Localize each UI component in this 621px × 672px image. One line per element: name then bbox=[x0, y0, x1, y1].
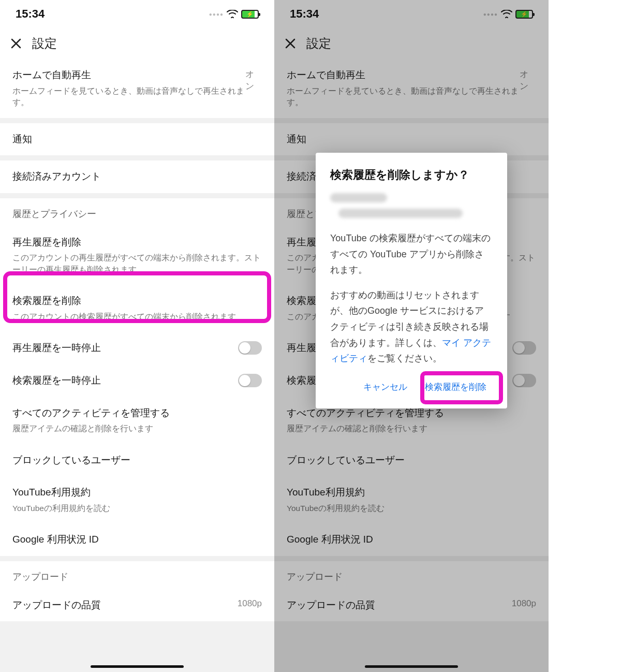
row-upload-quality[interactable]: アップロードの品質 1080p bbox=[274, 589, 549, 622]
row-autoplay[interactable]: ホームで自動再生 ホームフィードを見ているとき、動画は音声なしで再生されます。 … bbox=[0, 59, 274, 118]
toggle-pause-search[interactable] bbox=[512, 374, 536, 387]
row-connected-accounts[interactable]: 接続済みアカウント bbox=[0, 160, 274, 193]
home-indicator[interactable] bbox=[91, 665, 184, 668]
dialog-title: 検索履歴を削除しますか？ bbox=[330, 167, 493, 183]
status-right: ●●●● ⚡ bbox=[483, 10, 533, 19]
cellular-dots-icon: ●●●● bbox=[483, 11, 498, 17]
row-blocked-users[interactable]: ブロックしているユーザー bbox=[274, 444, 549, 477]
page-title: 設定 bbox=[306, 35, 331, 52]
row-google-usage-id[interactable]: Google 利用状況 ID bbox=[274, 523, 549, 556]
toggle-pause-watch[interactable] bbox=[238, 341, 262, 355]
dialog-account-info bbox=[330, 193, 493, 218]
row-youtube-terms[interactable]: YouTube利用規約 YouTubeの利用規約を読む bbox=[274, 476, 549, 523]
toggle-pause-watch[interactable] bbox=[512, 341, 536, 355]
row-notifications[interactable]: 通知 bbox=[0, 123, 274, 156]
row-title: ホームで自動再生 bbox=[12, 68, 245, 82]
confirm-delete-button[interactable]: 検索履歴を削除 bbox=[419, 376, 493, 398]
dialog-body-2: おすすめの動画はリセットされますが、他のGoogle サービスにおけるアクティビ… bbox=[330, 287, 493, 367]
row-pause-search-history[interactable]: 検索履歴を一時停止 bbox=[0, 364, 274, 397]
row-youtube-terms[interactable]: YouTube利用規約 YouTubeの利用規約を読む bbox=[0, 476, 274, 523]
section-upload: アップロード bbox=[0, 561, 274, 589]
dialog-body-1: YouTube の検索履歴がすべての端末のすべての YouTube アプリから削… bbox=[330, 230, 493, 278]
section-upload: アップロード bbox=[274, 561, 549, 589]
close-icon[interactable] bbox=[285, 38, 296, 49]
row-value: オン bbox=[245, 68, 262, 92]
header: 設定 bbox=[274, 28, 549, 59]
cancel-button[interactable]: キャンセル bbox=[357, 376, 413, 398]
wifi-icon bbox=[227, 10, 238, 18]
wifi-icon bbox=[501, 10, 512, 18]
status-right: ●●●● ⚡ bbox=[209, 10, 259, 19]
row-notifications[interactable]: 通知 bbox=[274, 123, 549, 156]
battery-icon: ⚡ bbox=[515, 10, 533, 19]
status-bar: 15:34 ●●●● ⚡ bbox=[274, 0, 549, 28]
row-autoplay[interactable]: ホームで自動再生 ホームフィードを見ているとき、動画は音声なしで再生されます。 … bbox=[274, 59, 549, 118]
row-blocked-users[interactable]: ブロックしているユーザー bbox=[0, 444, 274, 477]
row-upload-quality[interactable]: アップロードの品質 1080p bbox=[0, 589, 274, 622]
cellular-dots-icon: ●●●● bbox=[209, 11, 224, 17]
header: 設定 bbox=[0, 28, 274, 59]
redacted-username bbox=[330, 193, 387, 202]
row-sub: ホームフィードを見ているとき、動画は音声なしで再生されます。 bbox=[12, 85, 245, 109]
close-icon[interactable] bbox=[10, 38, 22, 49]
section-privacy: 履歴とプライバシー bbox=[0, 198, 274, 226]
status-time: 15:34 bbox=[16, 7, 45, 21]
status-time: 15:34 bbox=[290, 7, 319, 21]
row-clear-watch-history[interactable]: 再生履歴を削除 このアカウントの再生履歴がすべての端末から削除されます。ストーリ… bbox=[0, 226, 274, 285]
row-clear-search-history[interactable]: 検索履歴を削除 このアカウントの検索履歴がすべての端末から削除されます bbox=[0, 285, 274, 332]
redacted-email bbox=[338, 209, 463, 218]
page-title: 設定 bbox=[32, 35, 57, 52]
toggle-pause-search[interactable] bbox=[238, 374, 262, 387]
battery-icon: ⚡ bbox=[241, 10, 259, 19]
row-google-usage-id[interactable]: Google 利用状況 ID bbox=[0, 523, 274, 556]
home-indicator[interactable] bbox=[365, 665, 458, 668]
confirm-dialog: 検索履歴を削除しますか？ YouTube の検索履歴がすべての端末のすべての Y… bbox=[316, 153, 507, 408]
row-pause-watch-history[interactable]: 再生履歴を一時停止 bbox=[0, 332, 274, 364]
status-bar: 15:34 ●●●● ⚡ bbox=[0, 0, 274, 28]
row-manage-activity[interactable]: すべてのアクティビティを管理する 履歴アイテムの確認と削除を行います bbox=[0, 397, 274, 444]
